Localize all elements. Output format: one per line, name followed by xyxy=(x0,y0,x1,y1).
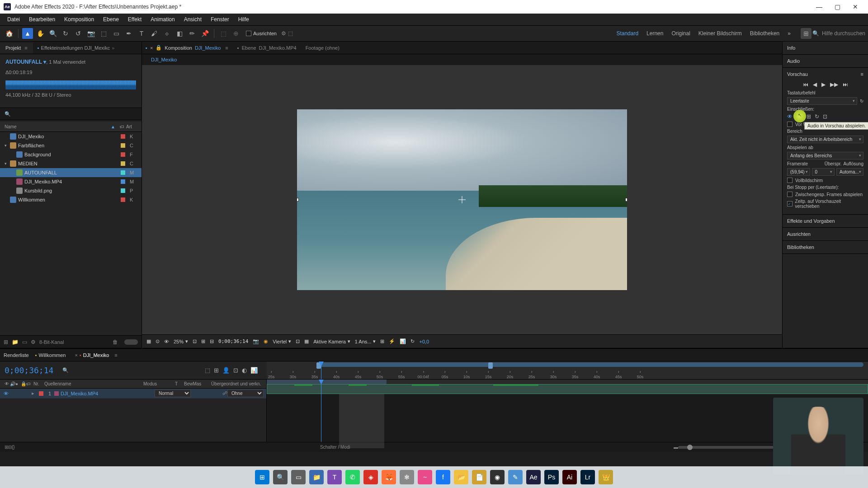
reset-shortcut-icon[interactable]: ↻ xyxy=(860,99,863,103)
skip-select[interactable]: 0 xyxy=(812,168,835,176)
taskbar-app-icon[interactable]: ◈ xyxy=(363,470,378,484)
brush-tool[interactable]: 🖌 xyxy=(149,28,160,39)
resolution-icon[interactable]: ⊡ xyxy=(193,338,197,344)
menu-komposition[interactable]: Komposition xyxy=(60,14,99,24)
project-tab-menu-icon[interactable]: ≡ xyxy=(24,45,27,51)
pen-tool[interactable]: ✒ xyxy=(123,28,134,39)
taskbar-app-icon[interactable]: Ae xyxy=(526,470,541,484)
taskbar-app-icon[interactable]: f xyxy=(436,470,450,484)
taskbar[interactable]: ⊞🔍▭📁T✆◈🦊✻~f📂📄◉✎AePsAiLr👑 xyxy=(0,466,868,488)
puppet-tool[interactable]: 📌 xyxy=(199,28,210,39)
camera-tool[interactable]: 📷 xyxy=(85,28,96,39)
zwischen-checkbox[interactable] xyxy=(787,192,793,197)
minimize-button[interactable]: — xyxy=(810,0,828,14)
handle-left[interactable] xyxy=(297,198,299,202)
settings-icon[interactable]: ⚙ xyxy=(31,339,36,345)
draft-3d-icon[interactable]: ⊞ xyxy=(214,367,219,374)
tree-item[interactable]: DJI_MexikoK xyxy=(0,132,142,141)
alpha-icon[interactable]: ▦ xyxy=(146,338,151,344)
col-label-icon[interactable]: 🏷 xyxy=(120,124,126,129)
abspielen-select[interactable]: Anfang des Bereichs xyxy=(787,152,863,160)
grid-icon[interactable]: ⊟ xyxy=(210,338,214,344)
play-button[interactable]: ▶ xyxy=(821,81,826,88)
col-art[interactable]: Art xyxy=(126,124,137,129)
tree-item[interactable]: BackgroundF xyxy=(0,150,142,159)
local-axis-icon[interactable]: ⬚ xyxy=(218,28,229,39)
layer-twirl-icon[interactable]: ▸ xyxy=(32,390,37,396)
menu-ebene[interactable]: Ebene xyxy=(99,14,123,24)
tree-item[interactable]: DJI_Mexiko.MP4M xyxy=(0,177,142,186)
timeline-timecode[interactable]: 0;00;36;14 xyxy=(5,366,53,375)
snap-checkbox[interactable] xyxy=(246,31,251,36)
orbit-tool[interactable]: ↻ xyxy=(60,28,71,39)
loop-icon[interactable]: ↻ xyxy=(815,113,819,120)
exposure[interactable]: +0,0 xyxy=(419,339,429,344)
taskbar-app-icon[interactable]: ~ xyxy=(418,470,432,484)
menu-datei[interactable]: Datei xyxy=(3,14,24,24)
breadcrumb[interactable]: DJI_Mexiko xyxy=(151,57,177,62)
handle-right[interactable] xyxy=(625,198,627,202)
solo-col-icon[interactable]: ● xyxy=(14,381,19,386)
selection-tool[interactable]: ▲ xyxy=(22,28,33,39)
tab-menu-icon[interactable]: ≡ xyxy=(225,45,228,51)
region-icon[interactable]: ⊞ xyxy=(201,338,205,344)
taskbar-app-icon[interactable]: 📄 xyxy=(472,470,486,484)
workspace-lernen[interactable]: Lernen xyxy=(646,30,663,37)
parent-pickwhip-icon[interactable]: ☍ xyxy=(222,390,227,396)
layer-row[interactable]: 👁 ▸ 1 DJI_Mexiko.MP4 Normal ☍ Ohne xyxy=(0,389,266,399)
tree-item[interactable]: ▾MEDIENC xyxy=(0,159,142,168)
taskbar-app-icon[interactable]: Ps xyxy=(544,470,559,484)
taskbar-app-icon[interactable]: ▭ xyxy=(291,470,306,484)
viewer-tab-layer[interactable]: ▪Ebene DJI_Mexiko.MP4 xyxy=(237,45,297,51)
zoom-handle-right[interactable] xyxy=(488,362,493,369)
roto-tool[interactable]: ✏ xyxy=(187,28,198,39)
timeline-ruler[interactable]: 25s30s35s40s45s50s55s00:04f05s10s15s20s2… xyxy=(267,361,868,379)
first-frame-button[interactable]: ⏮ xyxy=(803,81,808,88)
align-panel[interactable]: Ausrichten xyxy=(783,228,868,241)
delete-icon[interactable]: 🗑 xyxy=(113,339,118,345)
layer-bar[interactable] xyxy=(267,384,868,394)
mask-icon[interactable]: 👁 xyxy=(164,339,169,344)
clone-tool[interactable]: ⟐ xyxy=(161,28,172,39)
toggle-switches-icon[interactable]: ⊞ xyxy=(5,445,8,450)
label-col-icon[interactable]: 🏷 xyxy=(24,381,32,386)
taskbar-app-icon[interactable]: 🔍 xyxy=(273,470,288,484)
panel-menu-icon[interactable]: ≡ xyxy=(861,71,863,79)
zoom-out-icon[interactable]: ▬ xyxy=(674,445,678,450)
audio-col-icon[interactable]: 🔊 xyxy=(8,381,14,386)
tree-item[interactable]: WillkommenK xyxy=(0,195,142,204)
shape-tool[interactable]: ▭ xyxy=(111,28,122,39)
workspace-kleiner[interactable]: Kleiner Bildschirm xyxy=(698,30,742,37)
toggle-modes-icon[interactable]: ⊟ xyxy=(8,445,12,450)
transparency-icon[interactable]: ⊡ xyxy=(296,338,300,344)
next-frame-button[interactable]: ▶▶ xyxy=(830,81,838,88)
taskbar-app-icon[interactable]: ◉ xyxy=(490,470,505,484)
menu-effekt[interactable]: Effekt xyxy=(123,14,146,24)
info-panel[interactable]: Info xyxy=(783,42,868,55)
workspace-reset-icon[interactable]: ⊞ xyxy=(801,28,811,39)
asset-dropdown-icon[interactable]: ▾ xyxy=(42,59,46,65)
snap-extra-icon[interactable]: ⬚ xyxy=(288,30,293,37)
project-search-input[interactable] xyxy=(11,111,137,117)
viewer-tab-footage[interactable]: Footage (ohne) xyxy=(306,45,340,51)
home-button[interactable]: 🏠 xyxy=(4,28,14,39)
libraries-panel[interactable]: Bibliotheken xyxy=(783,241,868,254)
zoom-dropdown[interactable]: 25%▾ xyxy=(174,338,188,344)
tab-renderliste[interactable]: Renderliste xyxy=(4,352,29,358)
toggle-in-out-icon[interactable]: {} xyxy=(12,445,15,450)
layer-visibility-icon[interactable]: 👁 xyxy=(3,391,9,396)
include-audio-icon[interactable]: 🔊 ↖ xyxy=(796,113,803,120)
zoom-tool[interactable]: 🔍 xyxy=(47,28,58,39)
taskbar-app-icon[interactable]: 🦊 xyxy=(382,470,396,484)
taskbar-app-icon[interactable]: T xyxy=(327,470,342,484)
framerate-select[interactable]: (59,94) xyxy=(787,168,810,176)
viewer-tab-comp[interactable]: ▪×🔒 Komposition DJI_Mexiko ≡ xyxy=(146,45,228,51)
tree-item[interactable]: Kursbild.pngP xyxy=(0,186,142,195)
snapshot-icon[interactable]: 📷 xyxy=(253,338,259,344)
playhead[interactable] xyxy=(321,361,321,379)
new-comp-icon[interactable]: ▭ xyxy=(22,339,27,345)
reset-exposure-icon[interactable]: ↻ xyxy=(410,338,415,344)
include-video-icon[interactable]: 👁 xyxy=(787,113,793,120)
taskbar-app-icon[interactable]: 📂 xyxy=(454,470,468,484)
project-tab[interactable]: Projekt≡ xyxy=(0,42,33,53)
